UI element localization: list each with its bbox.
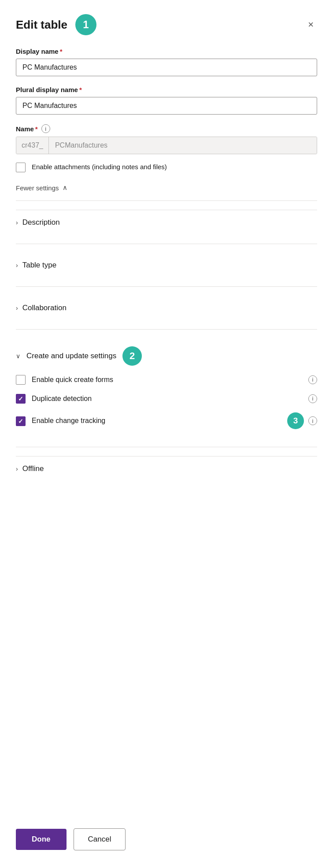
change-tracking-checkbox[interactable]	[16, 416, 26, 426]
divider-1	[16, 200, 317, 201]
quick-create-forms-info-icon[interactable]: i	[308, 375, 317, 384]
fewer-settings-label: Fewer settings	[16, 184, 59, 192]
name-label: Name*	[16, 125, 38, 133]
duplicate-detection-label: Duplicate detection	[32, 395, 92, 403]
quick-create-forms-checkbox[interactable]	[16, 375, 26, 385]
section-collaboration-label: Collaboration	[22, 304, 67, 312]
change-tracking-row: Enable change tracking 3 i	[16, 412, 317, 429]
step-badge-1: 1	[75, 14, 96, 35]
create-update-settings-header[interactable]: ∨ Create and update settings 2	[16, 338, 317, 370]
fewer-settings-icon: ∧	[63, 184, 67, 192]
cancel-button[interactable]: Cancel	[74, 828, 126, 850]
divider-2	[16, 244, 317, 244]
name-label-row: Name* i	[16, 124, 317, 133]
display-name-label: Display name*	[16, 48, 317, 55]
section-description-label: Description	[22, 218, 60, 227]
chevron-table-type-icon: ›	[16, 262, 18, 269]
divider-5	[16, 447, 317, 447]
close-button[interactable]: ×	[304, 18, 317, 31]
duplicate-detection-row: Duplicate detection i	[16, 393, 317, 404]
name-info-icon[interactable]: i	[41, 124, 50, 133]
quick-create-forms-row: Enable quick create forms i	[16, 375, 317, 385]
quick-create-forms-left: Enable quick create forms	[16, 375, 113, 385]
panel-header: Edit table 1 ×	[16, 14, 317, 35]
divider-3	[16, 286, 317, 287]
change-tracking-left: Enable change tracking	[16, 416, 105, 426]
duplicate-detection-checkbox[interactable]	[16, 394, 26, 404]
chevron-collaboration-icon: ›	[16, 304, 18, 312]
section-offline-label: Offline	[22, 464, 44, 473]
name-prefix: cr437_	[16, 137, 49, 154]
enable-attachments-row[interactable]: Enable attachments (including notes and …	[16, 162, 317, 172]
edit-table-panel: Edit table 1 × Display name* Plural disp…	[0, 0, 333, 868]
change-tracking-label: Enable change tracking	[32, 417, 105, 425]
change-tracking-info-icon[interactable]: i	[308, 416, 317, 425]
enable-attachments-label: Enable attachments (including notes and …	[32, 162, 167, 172]
section-table-type-label: Table type	[22, 261, 57, 270]
fewer-settings-toggle[interactable]: Fewer settings ∧	[16, 184, 317, 192]
done-button[interactable]: Done	[16, 829, 67, 850]
plural-display-name-input[interactable]	[16, 97, 317, 115]
chevron-create-update-icon: ∨	[16, 352, 20, 360]
header-left: Edit table 1	[16, 14, 96, 35]
divider-4	[16, 329, 317, 330]
section-description[interactable]: › Description	[16, 210, 317, 235]
section-table-type[interactable]: › Table type	[16, 253, 317, 278]
plural-display-name-label: Plural display name*	[16, 86, 317, 93]
chevron-offline-icon: ›	[16, 465, 18, 472]
duplicate-detection-info-icon[interactable]: i	[308, 394, 317, 403]
enable-attachments-checkbox[interactable]	[16, 163, 26, 172]
step-badge-3: 3	[287, 412, 304, 429]
create-update-settings-content: Enable quick create forms i Duplicate de…	[16, 370, 317, 438]
section-collaboration[interactable]: › Collaboration	[16, 296, 317, 320]
name-field: cr437_ PCManufactures	[16, 137, 317, 154]
panel-footer: Done Cancel	[16, 814, 317, 850]
panel-title: Edit table	[16, 18, 67, 32]
step-badge-2: 2	[122, 346, 142, 366]
quick-create-forms-label: Enable quick create forms	[32, 376, 113, 384]
name-value: PCManufactures	[49, 137, 317, 154]
section-offline[interactable]: › Offline	[16, 456, 317, 481]
chevron-description-icon: ›	[16, 219, 18, 226]
duplicate-detection-left: Duplicate detection	[16, 393, 92, 404]
create-update-settings-label: Create and update settings	[26, 352, 116, 360]
display-name-input[interactable]	[16, 59, 317, 76]
